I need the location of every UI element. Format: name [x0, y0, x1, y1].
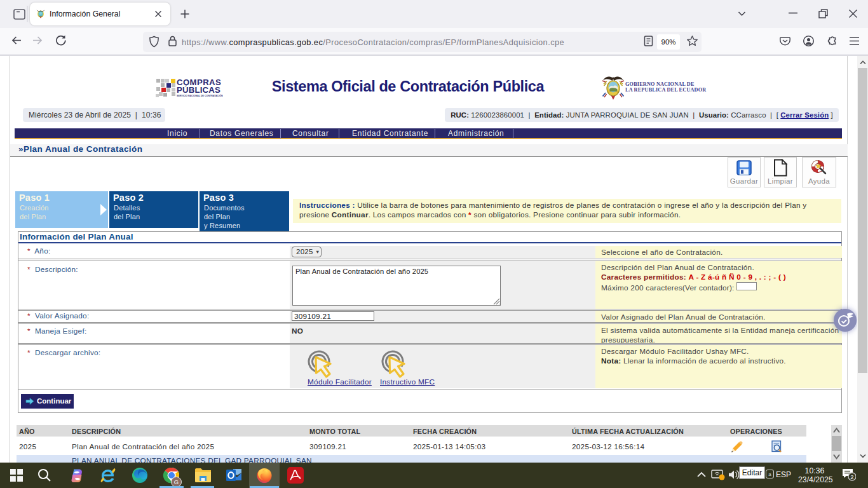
svg-text:SERVICIO NACIONAL DE CONTRATAC: SERVICIO NACIONAL DE CONTRATACIÓN PÚBLIC… — [177, 94, 223, 97]
svg-text:2: 2 — [850, 473, 853, 480]
svg-text:PÚBLICAS: PÚBLICAS — [177, 85, 220, 95]
